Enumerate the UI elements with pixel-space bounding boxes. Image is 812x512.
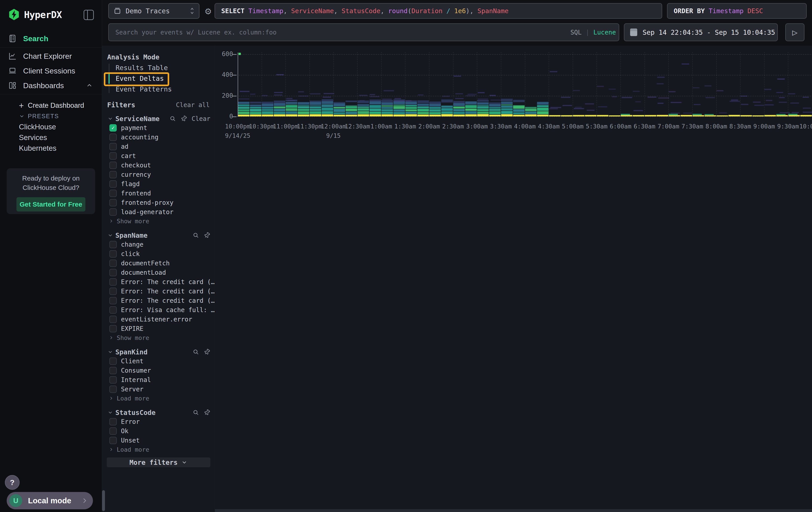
filter-option-row[interactable]: Error: The credit card (… bbox=[102, 287, 215, 296]
checkbox-unchecked[interactable] bbox=[109, 162, 117, 169]
pin-icon[interactable] bbox=[204, 232, 210, 239]
sidebar-item-search[interactable]: Search bbox=[0, 31, 102, 46]
create-dashboard-item[interactable]: +Create Dashboard bbox=[0, 100, 102, 111]
source-settings-gear-icon[interactable]: ⚙ bbox=[202, 3, 214, 19]
filter-option-row[interactable]: Error: Visa cache full: … bbox=[102, 305, 215, 315]
filter-group-header-statuscode[interactable]: StatusCode bbox=[102, 408, 215, 417]
checkbox-unchecked[interactable] bbox=[109, 306, 117, 314]
checkbox-unchecked[interactable] bbox=[109, 325, 117, 332]
filter-option-row[interactable]: frontend bbox=[102, 189, 215, 198]
checkbox-unchecked[interactable] bbox=[109, 180, 117, 188]
search-icon[interactable] bbox=[193, 349, 199, 355]
checkbox-unchecked[interactable] bbox=[109, 190, 117, 197]
load-more-link[interactable]: Load more bbox=[102, 394, 215, 403]
help-button[interactable]: ? bbox=[5, 475, 20, 490]
preset-item-clickhouse[interactable]: ClickHouse bbox=[0, 122, 102, 132]
filter-option-row[interactable]: Error bbox=[102, 417, 215, 426]
filter-option-row[interactable]: Server bbox=[102, 384, 215, 394]
pin-icon[interactable] bbox=[204, 349, 210, 355]
filter-group-header-spanname[interactable]: SpanName bbox=[102, 231, 215, 240]
checkbox-unchecked[interactable] bbox=[109, 134, 117, 141]
order-by-input[interactable]: ORDER BY Timestamp DESC bbox=[667, 3, 807, 19]
checkbox-unchecked[interactable] bbox=[109, 385, 117, 393]
load-more-link[interactable]: Show more bbox=[102, 333, 215, 342]
checkbox-unchecked[interactable] bbox=[109, 250, 117, 258]
filter-option-row[interactable]: EXPIRE bbox=[102, 324, 215, 333]
sidebar-item-client-sessions[interactable]: Client Sessions bbox=[0, 63, 102, 78]
checkbox-unchecked[interactable] bbox=[109, 143, 117, 150]
filter-option-row[interactable]: cart bbox=[102, 151, 215, 161]
analysis-mode-results-table[interactable]: Results Table bbox=[102, 62, 215, 73]
sidebar-item-dashboards[interactable]: Dashboards bbox=[0, 78, 102, 93]
clear-all-filters-link[interactable]: Clear all bbox=[176, 101, 210, 109]
more-filters-button[interactable]: More filters bbox=[107, 457, 210, 467]
filter-group-header-spankind[interactable]: SpanKind bbox=[102, 348, 215, 356]
filter-option-row[interactable]: change bbox=[102, 240, 215, 249]
run-query-button[interactable]: ▷ bbox=[785, 23, 805, 41]
search-icon[interactable] bbox=[193, 409, 199, 416]
pin-icon[interactable] bbox=[180, 115, 187, 122]
search-icon[interactable] bbox=[169, 115, 176, 122]
checkbox-unchecked[interactable] bbox=[109, 357, 117, 365]
checkbox-unchecked[interactable] bbox=[109, 427, 117, 435]
filter-option-row[interactable]: Ok bbox=[102, 426, 215, 436]
sidebar-item-chart-explorer[interactable]: Chart Explorer bbox=[0, 49, 102, 63]
filter-option-row[interactable]: Client bbox=[102, 356, 215, 366]
checkbox-unchecked[interactable] bbox=[109, 152, 117, 160]
query-language-toggle[interactable]: SQL | Lucene bbox=[560, 23, 616, 41]
checkbox-unchecked[interactable] bbox=[109, 278, 117, 286]
preset-item-services[interactable]: Services bbox=[0, 132, 102, 143]
checkbox-unchecked[interactable] bbox=[109, 367, 117, 374]
filter-option-row[interactable]: ad bbox=[102, 142, 215, 151]
checkbox-unchecked[interactable] bbox=[109, 437, 117, 444]
mode-sql[interactable]: SQL bbox=[570, 29, 582, 36]
filter-option-row[interactable]: eventListener.error bbox=[102, 315, 215, 324]
duration-heatmap[interactable] bbox=[238, 52, 812, 117]
checkbox-unchecked[interactable] bbox=[109, 316, 117, 323]
filter-option-row[interactable]: Internal bbox=[102, 375, 215, 384]
select-columns-input[interactable]: SELECT Timestamp, ServiceName, StatusCod… bbox=[214, 3, 662, 19]
filter-option-row[interactable]: ✓payment bbox=[102, 123, 215, 132]
get-started-button[interactable]: Get Started for Free bbox=[17, 197, 85, 212]
filter-option-row[interactable]: checkout bbox=[102, 161, 215, 170]
checkbox-unchecked[interactable] bbox=[109, 208, 117, 216]
filter-option-row[interactable]: documentLoad bbox=[102, 268, 215, 277]
clear-filter-link[interactable]: Clear bbox=[192, 115, 210, 123]
filter-option-row[interactable]: currency bbox=[102, 170, 215, 179]
presets-header[interactable]: PRESETS bbox=[0, 111, 102, 122]
filter-group-header-servicename[interactable]: ServiceNameClear bbox=[102, 114, 215, 123]
filter-option-row[interactable]: accounting bbox=[102, 132, 215, 142]
filter-option-row[interactable]: flagd bbox=[102, 179, 215, 189]
checkbox-unchecked[interactable] bbox=[109, 297, 117, 304]
panel-scrollbar-thumb[interactable] bbox=[102, 490, 105, 511]
checkbox-checked[interactable]: ✓ bbox=[109, 124, 117, 132]
pin-icon[interactable] bbox=[204, 409, 210, 416]
load-more-link[interactable]: Show more bbox=[102, 217, 215, 225]
checkbox-unchecked[interactable] bbox=[109, 418, 117, 425]
filter-option-row[interactable]: Error: The credit card (… bbox=[102, 296, 215, 305]
checkbox-unchecked[interactable] bbox=[109, 260, 117, 267]
filter-option-row[interactable]: documentFetch bbox=[102, 259, 215, 268]
collapse-sidebar-icon[interactable] bbox=[84, 10, 94, 20]
load-more-link[interactable]: Load more bbox=[102, 445, 215, 454]
time-range-picker[interactable]: Sep 14 22:04:35 - Sep 15 10:04:35 bbox=[624, 23, 778, 41]
source-select[interactable]: Demo Traces bbox=[108, 3, 199, 19]
filter-option-row[interactable]: frontend-proxy bbox=[102, 198, 215, 207]
checkbox-unchecked[interactable] bbox=[109, 269, 117, 276]
filter-option-row[interactable]: load-generator bbox=[102, 207, 215, 217]
filter-option-row[interactable]: Consumer bbox=[102, 366, 215, 375]
search-input[interactable] bbox=[108, 23, 619, 41]
user-menu[interactable]: U Local mode bbox=[7, 492, 93, 509]
mode-lucene-active[interactable]: Lucene bbox=[593, 29, 616, 36]
checkbox-unchecked[interactable] bbox=[109, 376, 117, 383]
search-icon[interactable] bbox=[193, 232, 199, 239]
checkbox-unchecked[interactable] bbox=[109, 241, 117, 248]
checkbox-unchecked[interactable] bbox=[109, 288, 117, 295]
checkbox-unchecked[interactable] bbox=[109, 171, 117, 178]
checkbox-unchecked[interactable] bbox=[109, 199, 117, 206]
filter-option-row[interactable]: Unset bbox=[102, 436, 215, 445]
filter-option-row[interactable]: Error: The credit card (… bbox=[102, 277, 215, 287]
horizontal-scrollbar[interactable] bbox=[215, 509, 812, 512]
filter-option-row[interactable]: click bbox=[102, 249, 215, 259]
preset-item-kubernetes[interactable]: Kubernetes bbox=[0, 143, 102, 154]
